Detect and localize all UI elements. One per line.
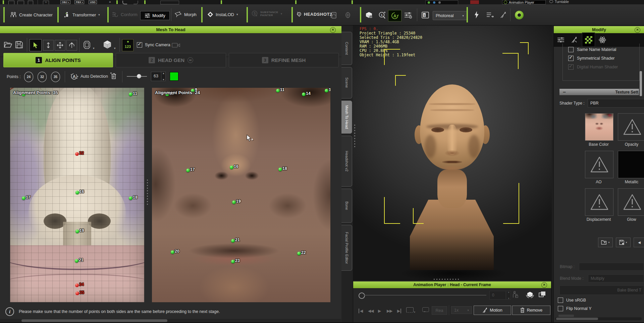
side-tab-bone[interactable]: Bone xyxy=(341,189,352,223)
close-icon[interactable]: ✕ xyxy=(541,282,547,288)
record-stop-icon[interactable] xyxy=(470,0,479,4)
preset-35-points[interactable]: 35 xyxy=(51,72,60,82)
move-vertical-tool[interactable] xyxy=(43,40,54,51)
scene-icons[interactable] xyxy=(160,1,179,4)
spin-up-icon[interactable]: ▲ xyxy=(162,72,165,74)
alignment-point[interactable]: 32 xyxy=(75,152,79,156)
horizontal-scrollbar[interactable] xyxy=(0,319,341,322)
panel-resize-grip[interactable] xyxy=(354,125,356,147)
rotate-tool[interactable] xyxy=(66,40,77,51)
point-size-value[interactable]: 63 xyxy=(154,74,158,78)
select-tool[interactable] xyxy=(30,39,42,51)
more-tools-chevron[interactable]: » xyxy=(109,0,111,4)
texture-save-button[interactable]: ▾ xyxy=(616,238,631,247)
use-srgb-checkbox[interactable]: Use sRGB xyxy=(558,298,586,303)
viewport-3d[interactable]: FPS : 0. Project Triangle : 25340Selecte… xyxy=(353,25,552,323)
viewport-divider-grip[interactable] xyxy=(147,180,148,205)
move-tool[interactable] xyxy=(55,40,65,51)
alignment-point[interactable]: 17 xyxy=(186,169,190,172)
texture-settings-header[interactable]: – Texture Sett xyxy=(559,89,639,95)
timeline-track[interactable] xyxy=(364,295,486,296)
auto-camera-toggle[interactable]: A xyxy=(388,10,401,21)
undo-icon[interactable] xyxy=(122,1,127,4)
photo-viewport[interactable]: Alignment Points: 24 9101114116171819212… xyxy=(152,88,330,302)
save-file-icon[interactable] xyxy=(15,41,23,48)
side-tab-content[interactable]: Content xyxy=(341,32,352,65)
delete-points-icon[interactable] xyxy=(110,72,117,80)
point-size-spinbox[interactable]: 63 ▲ ▼ xyxy=(151,72,166,81)
alignment-point[interactable]: 17 xyxy=(22,196,25,200)
side-tab-mesh-to-head[interactable]: Mesh To Head xyxy=(341,101,352,134)
texture-slot-opacity[interactable] xyxy=(618,113,644,141)
symmetrical-shader-checkbox[interactable] xyxy=(568,56,574,61)
transformer-button[interactable]: ▲ Transformer▾ xyxy=(63,11,100,18)
alignment-point[interactable]: 14 xyxy=(302,92,306,96)
open-file-icon[interactable] xyxy=(4,41,12,48)
texture-slot-metallic[interactable] xyxy=(618,151,644,178)
scrollbar-thumb[interactable] xyxy=(556,318,598,320)
alignment-point[interactable]: 21 xyxy=(231,239,235,243)
object-motion-icon[interactable] xyxy=(526,290,534,299)
instalod-button[interactable]: InstaLOD▾ xyxy=(207,11,238,17)
shader-type-dropdown[interactable]: PBR xyxy=(588,99,644,108)
shading-caret[interactable]: ▾ xyxy=(114,47,116,50)
texture-load-button[interactable]: ▾ xyxy=(598,238,613,247)
shading-mode-icon[interactable] xyxy=(103,40,112,49)
alignment-point[interactable]: 21 xyxy=(75,259,78,263)
modify-hscrollbar[interactable] xyxy=(555,317,642,320)
alignment-point[interactable]: 22 xyxy=(297,252,301,255)
alignment-point[interactable]: 16 xyxy=(230,166,233,169)
point-size-slider[interactable] xyxy=(127,76,147,77)
alignment-point[interactable]: 35 xyxy=(75,292,79,295)
close-icon[interactable]: ✕ xyxy=(635,27,640,33)
collapse-icon[interactable]: – xyxy=(563,89,566,95)
tab-refine-mesh[interactable]: 3 REFINE MESH xyxy=(229,53,339,67)
scrollbar-thumb[interactable] xyxy=(21,319,167,322)
spin-down-icon[interactable]: ▼ xyxy=(162,78,165,81)
pose-tool-icon[interactable] xyxy=(500,11,506,19)
texture-slot-glow[interactable] xyxy=(618,188,644,216)
side-tab-scene[interactable]: Scene xyxy=(341,67,352,99)
same-name-material-checkbox[interactable] xyxy=(568,47,574,52)
camera-zoom-icon[interactable]: 1 xyxy=(378,11,386,19)
preview-cube-icon[interactable] xyxy=(365,11,374,19)
texture-extra-button[interactable]: ◀ xyxy=(634,238,644,247)
log-list-icon[interactable] xyxy=(486,12,494,18)
remove-button[interactable]: Remove xyxy=(512,306,550,315)
modify-button[interactable]: Modify xyxy=(140,11,170,20)
morph-button[interactable]: Morph xyxy=(174,11,197,17)
modify-titlebar[interactable]: Modify ✕ xyxy=(554,26,644,33)
anim-grip-dots[interactable] xyxy=(434,279,461,280)
side-tab-facial-profile-editor[interactable]: Facial Profile Editor xyxy=(341,225,352,271)
lightning-icon[interactable] xyxy=(474,11,479,18)
alignment-point[interactable]: 20 xyxy=(171,250,174,254)
texture-slot-displacement[interactable] xyxy=(585,188,613,216)
export-usd-button[interactable]: USD xyxy=(89,0,97,4)
doc-icon[interactable] xyxy=(8,1,14,4)
projection-mode-icon[interactable] xyxy=(83,41,91,49)
window-panel-icon[interactable]: 1 xyxy=(422,12,429,18)
headshot2-button[interactable]: HEADSHOT2 xyxy=(297,11,332,17)
render-settings-icon[interactable] xyxy=(404,11,413,19)
alignment-point[interactable]: 1 xyxy=(325,89,328,92)
turntable-toggle[interactable]: Turntable xyxy=(549,0,569,4)
mesh-viewport[interactable]: Alignment Points: 35 113216171819213435 xyxy=(10,88,144,302)
create-character-button[interactable]: Create Character xyxy=(10,11,53,18)
show-point-numbers-toggle[interactable]: 123 xyxy=(122,39,133,51)
alignment-point[interactable]: 18 xyxy=(129,196,132,200)
digital-human-shader-checkbox[interactable] xyxy=(568,64,574,70)
texture-slot-base-color[interactable] xyxy=(585,113,613,141)
export-obj-button[interactable]: OBJ ▾ xyxy=(60,0,70,4)
timeline-handle[interactable] xyxy=(359,293,365,299)
alignment-point[interactable]: 34 xyxy=(75,283,79,287)
slider-handle[interactable] xyxy=(137,74,141,78)
alignment-point[interactable]: 19 xyxy=(75,230,79,233)
alignment-point[interactable]: 23 xyxy=(231,260,235,263)
flip-normal-checkbox[interactable]: Flip Normal Y xyxy=(558,306,591,311)
sync-camera-checkbox[interactable]: Sync Camera xyxy=(137,42,170,48)
animation-player-toggle[interactable]: Animation Player xyxy=(502,0,546,4)
auto-detection-button[interactable]: A Auto Detection xyxy=(70,72,108,81)
close-icon[interactable]: ✕ xyxy=(330,27,336,33)
use-srgb-checkbox-box[interactable] xyxy=(558,298,563,303)
render-mode-dropdown[interactable]: Photoreal▾ xyxy=(433,11,467,20)
